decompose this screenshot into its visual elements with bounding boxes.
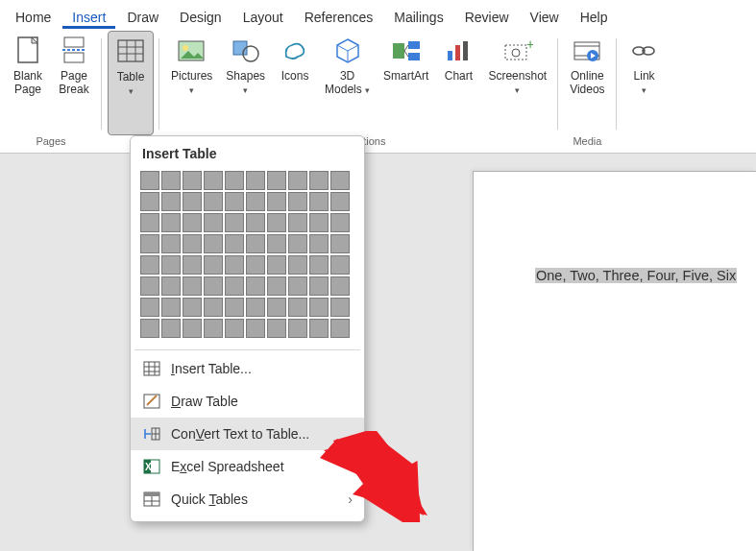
3d-models-button[interactable]: 3D Models ▾ <box>319 31 376 135</box>
tab-home[interactable]: Home <box>6 6 61 29</box>
svg-rect-19 <box>505 45 526 60</box>
svg-rect-1 <box>64 37 84 47</box>
smartart-button[interactable]: SmartArt <box>378 31 434 135</box>
screenshot-button[interactable]: + Screenshot▾ <box>482 31 552 135</box>
3d-models-label: 3D Models ▾ <box>325 69 370 97</box>
tab-layout[interactable]: Layout <box>233 6 293 29</box>
tab-insert[interactable]: Insert <box>62 6 115 29</box>
pictures-label: Pictures▾ <box>171 69 212 97</box>
smartart-label: SmartArt <box>383 69 428 96</box>
separator <box>134 349 360 350</box>
annotation-arrow-icon <box>320 431 435 522</box>
table-label: Table▾ <box>117 70 145 98</box>
quick-tables-icon <box>142 491 161 508</box>
menu-insert-table-label: Insert Table... <box>171 361 252 376</box>
svg-text:X: X <box>145 462 152 472</box>
draw-table-icon <box>142 393 161 410</box>
svg-rect-13 <box>393 43 404 59</box>
link-icon <box>628 35 661 67</box>
group-links-spacer <box>643 135 646 151</box>
online-videos-button[interactable]: Online Videos <box>564 31 610 135</box>
icons-icon <box>279 35 311 67</box>
blank-page-button[interactable]: Blank Page <box>6 31 50 135</box>
menu-draw-table[interactable]: Draw Table <box>131 385 364 418</box>
tab-draw[interactable]: Draw <box>117 6 168 29</box>
pictures-button[interactable]: Pictures▾ <box>165 31 218 135</box>
svg-rect-4 <box>118 40 143 61</box>
menu-draw-table-label: Draw Table <box>171 394 238 409</box>
svg-rect-14 <box>408 41 420 49</box>
link-label: Link▾ <box>634 69 655 97</box>
group-media-label: Media <box>573 135 601 151</box>
menu-convert-label: ConVert Text to Table... <box>171 426 309 442</box>
chevron-down-icon: ▾ <box>642 84 646 97</box>
ribbon: Blank Page Page Break Pages Table▾ <box>0 29 756 154</box>
svg-rect-16 <box>448 51 452 60</box>
shapes-button[interactable]: Shapes▾ <box>220 31 271 135</box>
menu-excel-label: Excel Spreadsheet <box>171 459 284 474</box>
menu-insert-table[interactable]: Insert Table... <box>131 352 364 385</box>
convert-icon <box>142 425 161 443</box>
tab-mailings[interactable]: Mailings <box>384 6 452 29</box>
screenshot-icon: + <box>501 35 534 67</box>
video-icon <box>571 35 603 67</box>
svg-rect-2 <box>64 53 84 62</box>
svg-text:+: + <box>526 37 533 52</box>
document-page[interactable]: One, Two, Three, Four, Five, Six <box>473 171 756 551</box>
svg-point-10 <box>183 45 188 51</box>
table-icon <box>114 36 147 68</box>
group-links: Link▾ <box>617 29 672 153</box>
icons-label: Icons <box>281 69 309 96</box>
table-button[interactable]: Table▾ <box>108 31 154 135</box>
chevron-down-icon: ▾ <box>129 84 134 98</box>
group-pages: Blank Page Page Break Pages <box>0 29 102 153</box>
pictures-icon <box>176 35 208 67</box>
group-media: Online Videos Media <box>558 29 616 153</box>
tab-help[interactable]: Help <box>571 6 618 29</box>
svg-rect-17 <box>455 45 460 60</box>
online-videos-label: Online Videos <box>570 69 604 96</box>
smartart-icon <box>390 35 423 67</box>
svg-rect-18 <box>463 41 468 60</box>
chevron-down-icon: ▾ <box>189 84 194 97</box>
menu-quick-tables-label: Quick Tables <box>171 491 248 507</box>
chevron-down-icon: ▾ <box>243 84 248 97</box>
chart-icon <box>442 35 475 67</box>
tab-references[interactable]: References <box>295 6 383 29</box>
page-break-label: Page Break <box>59 69 88 96</box>
page-break-button[interactable]: Page Break <box>52 31 96 135</box>
excel-icon: X <box>142 458 161 475</box>
page-break-icon <box>58 35 90 67</box>
blank-page-icon <box>12 35 44 67</box>
selected-text[interactable]: One, Two, Three, Four, Five, Six <box>535 268 737 283</box>
svg-rect-26 <box>144 362 159 375</box>
group-pages-label: Pages <box>36 135 65 151</box>
chevron-down-icon: ▾ <box>515 84 520 97</box>
chart-button[interactable]: Chart <box>436 31 480 135</box>
group-illustrations: Pictures▾ Shapes▾ Icons 3D Models ▾ <box>159 29 558 153</box>
svg-rect-39 <box>144 492 159 496</box>
group-tables: Table▾ <box>102 29 159 153</box>
shapes-label: Shapes▾ <box>226 69 265 97</box>
svg-rect-15 <box>408 53 420 60</box>
chevron-down-icon: ▾ <box>365 84 370 97</box>
table-size-grid[interactable] <box>131 169 364 347</box>
svg-point-20 <box>512 49 520 57</box>
screenshot-label: Screenshot▾ <box>488 69 547 97</box>
cube-icon <box>331 35 364 67</box>
shapes-icon <box>230 35 262 67</box>
dropdown-title: Insert Table <box>131 136 364 169</box>
link-button[interactable]: Link▾ <box>622 31 667 135</box>
icons-button[interactable]: Icons <box>273 31 317 135</box>
table-icon <box>142 360 161 377</box>
tab-review[interactable]: Review <box>455 6 519 29</box>
tab-design[interactable]: Design <box>170 6 232 29</box>
chart-label: Chart <box>445 69 473 96</box>
blank-page-label: Blank Page <box>13 69 42 96</box>
ribbon-tabs: Home Insert Draw Design Layout Reference… <box>0 0 756 29</box>
tab-view[interactable]: View <box>521 6 569 29</box>
